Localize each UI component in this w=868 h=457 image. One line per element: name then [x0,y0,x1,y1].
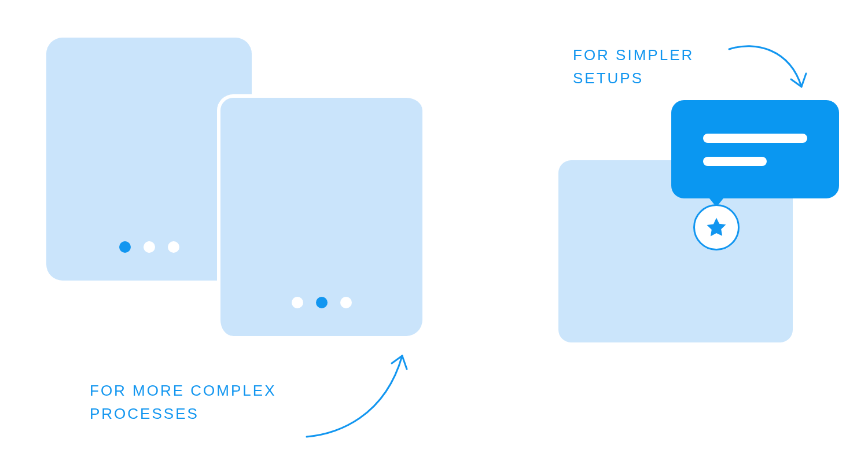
modal-card-front [217,94,422,336]
diagram-stage: FOR MORE COMPLEX PROCESSES FOR SIMPLER S… [0,0,868,457]
tooltip-text-line [703,157,767,166]
hotspot-badge [693,204,740,250]
tooltip-card [671,100,839,198]
tooltip-text-line [703,134,807,143]
dot-indicator [340,297,352,308]
dot-indicator [144,241,155,253]
star-icon [704,215,729,239]
dot-indicator [316,297,328,308]
pagination-dots-back [119,241,179,253]
arrow-up-icon [304,347,414,440]
caption-simple: FOR SIMPLER SETUPS [573,43,723,90]
caption-complex: FOR MORE COMPLEX PROCESSES [90,379,298,426]
dot-indicator [119,241,131,253]
pagination-dots-front [292,297,352,308]
arrow-down-icon [726,38,810,98]
dot-indicator [292,297,303,308]
dot-indicator [168,241,179,253]
